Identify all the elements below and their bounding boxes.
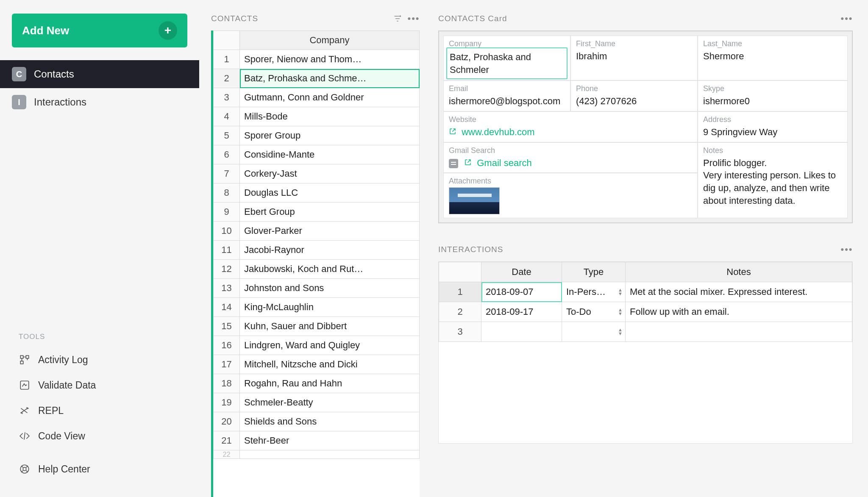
row-number[interactable]: 14: [214, 298, 240, 317]
tool-help-center[interactable]: Help Center: [0, 456, 199, 482]
company-cell[interactable]: Batz, Prohaska and Schme…: [240, 69, 420, 88]
table-row[interactable]: 13Johnston and Sons: [214, 279, 420, 298]
row-number[interactable]: 5: [214, 126, 240, 145]
row-number[interactable]: 17: [214, 355, 240, 374]
table-row[interactable]: 22018-09-17To-Do▲▼Follow up with an emai…: [439, 302, 852, 322]
table-row[interactable]: 3▲▼: [439, 322, 852, 342]
company-cell[interactable]: Stehr-Beer: [240, 431, 420, 450]
field-website[interactable]: Website www.devhub.com: [443, 111, 698, 142]
date-cell[interactable]: 2018-09-17: [481, 302, 562, 322]
field-notes[interactable]: Notes Prolific blogger. Very interesting…: [698, 142, 848, 219]
notes-cell[interactable]: Follow up with an email.: [626, 302, 852, 322]
field-first-name[interactable]: First_Name Ibrahim: [570, 36, 698, 81]
row-number[interactable]: 20: [214, 412, 240, 431]
table-row[interactable]: 17Mitchell, Nitzsche and Dicki: [214, 355, 420, 374]
row-number[interactable]: 2: [439, 302, 481, 322]
row-number[interactable]: 3: [439, 322, 481, 342]
row-number[interactable]: 16: [214, 336, 240, 355]
add-new-button[interactable]: Add New +: [12, 14, 187, 47]
row-number[interactable]: 11: [214, 241, 240, 260]
row-number[interactable]: 2: [214, 69, 240, 88]
more-icon[interactable]: •••: [408, 13, 420, 25]
table-row[interactable]: 7Corkery-Jast: [214, 164, 420, 183]
dropdown-arrows-icon[interactable]: ▲▼: [618, 288, 623, 296]
company-cell[interactable]: Sporer Group: [240, 126, 420, 145]
table-row[interactable]: 6Considine-Mante: [214, 145, 420, 164]
filter-icon[interactable]: [392, 13, 403, 25]
table-row[interactable]: 1Sporer, Nienow and Thom…: [214, 50, 420, 69]
company-cell[interactable]: King-McLaughlin: [240, 298, 420, 317]
rownum-header[interactable]: [439, 262, 481, 282]
company-cell[interactable]: Lindgren, Ward and Quigley: [240, 336, 420, 355]
company-cell[interactable]: Schmeler-Beatty: [240, 393, 420, 412]
row-number[interactable]: 15: [214, 317, 240, 336]
table-row[interactable]: 3Gutmann, Conn and Goldner: [214, 88, 420, 107]
field-attachments[interactable]: Attachments: [443, 173, 698, 218]
row-number[interactable]: 10: [214, 222, 240, 241]
date-cell[interactable]: [481, 322, 562, 342]
company-cell[interactable]: [240, 450, 420, 459]
company-cell[interactable]: Ebert Group: [240, 203, 420, 222]
table-row[interactable]: 20Shields and Sons: [214, 412, 420, 431]
nav-item-interactions[interactable]: I Interactions: [0, 88, 199, 116]
table-row[interactable]: 8Douglas LLC: [214, 183, 420, 203]
date-header[interactable]: Date: [481, 262, 562, 282]
more-icon[interactable]: •••: [841, 13, 853, 25]
table-row[interactable]: 10Glover-Parker: [214, 222, 420, 241]
tool-code-view[interactable]: Code View: [0, 423, 199, 449]
row-number[interactable]: 6: [214, 145, 240, 164]
company-cell[interactable]: Jakubowski, Koch and Rut…: [240, 260, 420, 279]
table-row[interactable]: 9Ebert Group: [214, 203, 420, 222]
type-cell[interactable]: ▲▼: [562, 322, 626, 342]
table-row[interactable]: 21Stehr-Beer: [214, 431, 420, 450]
row-number[interactable]: 18: [214, 374, 240, 393]
company-cell[interactable]: Johnston and Sons: [240, 279, 420, 298]
more-icon[interactable]: •••: [841, 244, 853, 255]
field-company[interactable]: Company Batz, Prohaska and Schmeler: [443, 36, 570, 81]
company-cell[interactable]: Mills-Bode: [240, 107, 420, 126]
type-cell[interactable]: To-Do▲▼: [562, 302, 626, 322]
table-row[interactable]: 12018-09-07In-Pers…▲▼Met at the social m…: [439, 282, 852, 302]
row-number[interactable]: 8: [214, 183, 240, 203]
dropdown-arrows-icon[interactable]: ▲▼: [618, 328, 623, 336]
tool-repl[interactable]: REPL: [0, 398, 199, 423]
gmail-link[interactable]: Gmail search: [477, 158, 532, 168]
table-row[interactable]: 2Batz, Prohaska and Schme…: [214, 69, 420, 88]
row-number[interactable]: 9: [214, 203, 240, 222]
company-cell[interactable]: Rogahn, Rau and Hahn: [240, 374, 420, 393]
company-cell[interactable]: Glover-Parker: [240, 222, 420, 241]
company-cell[interactable]: Sporer, Nienow and Thom…: [240, 50, 420, 69]
table-row[interactable]: 12Jakubowski, Koch and Rut…: [214, 260, 420, 279]
row-number[interactable]: 3: [214, 88, 240, 107]
notes-cell[interactable]: Met at the social mixer. Expressed inter…: [626, 282, 852, 302]
company-header[interactable]: Company: [240, 31, 420, 50]
field-address[interactable]: Address 9 Springview Way: [698, 111, 848, 142]
dropdown-arrows-icon[interactable]: ▲▼: [618, 308, 623, 316]
row-number[interactable]: 1: [439, 282, 481, 302]
field-phone[interactable]: Phone (423) 2707626: [570, 81, 698, 111]
row-number[interactable]: 22: [214, 450, 240, 459]
type-header[interactable]: Type: [562, 262, 626, 282]
row-number[interactable]: 21: [214, 431, 240, 450]
nav-item-contacts[interactable]: C Contacts: [0, 60, 199, 88]
company-cell[interactable]: Corkery-Jast: [240, 164, 420, 183]
row-number[interactable]: 1: [214, 50, 240, 69]
company-cell[interactable]: Shields and Sons: [240, 412, 420, 431]
tool-validate-data[interactable]: Validate Data: [0, 372, 199, 398]
row-number[interactable]: 7: [214, 164, 240, 183]
rownum-header[interactable]: [214, 31, 240, 50]
notes-header[interactable]: Notes: [626, 262, 852, 282]
company-cell[interactable]: Douglas LLC: [240, 183, 420, 203]
table-row[interactable]: 22: [214, 450, 420, 459]
row-number[interactable]: 13: [214, 279, 240, 298]
company-cell[interactable]: Jacobi-Raynor: [240, 241, 420, 260]
date-cell[interactable]: 2018-09-07: [481, 282, 562, 302]
table-row[interactable]: 16Lindgren, Ward and Quigley: [214, 336, 420, 355]
notes-cell[interactable]: [626, 322, 852, 342]
table-row[interactable]: 4Mills-Bode: [214, 107, 420, 126]
row-number[interactable]: 19: [214, 393, 240, 412]
row-number[interactable]: 4: [214, 107, 240, 126]
type-cell[interactable]: In-Pers…▲▼: [562, 282, 626, 302]
table-row[interactable]: 18Rogahn, Rau and Hahn: [214, 374, 420, 393]
table-row[interactable]: 19Schmeler-Beatty: [214, 393, 420, 412]
